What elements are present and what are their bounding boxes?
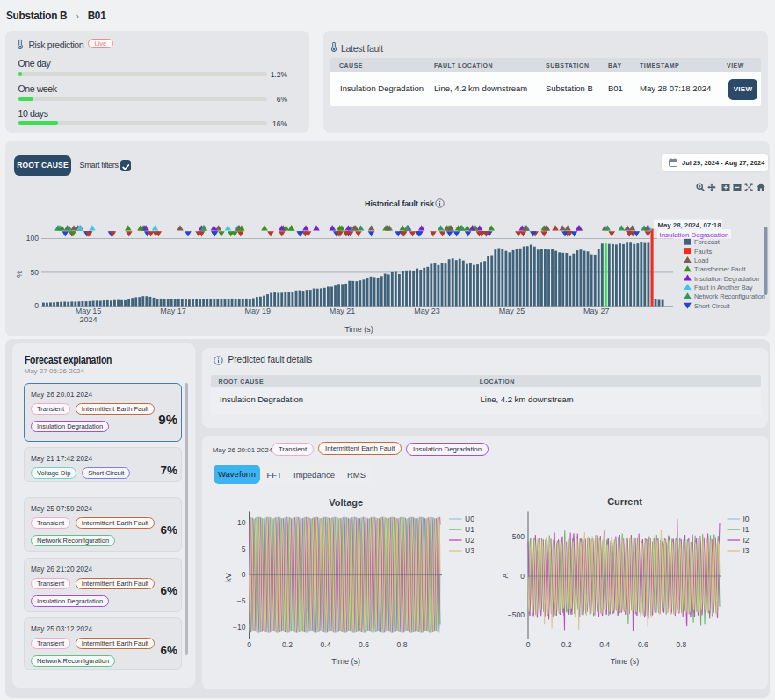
svg-text:I3: I3: [743, 546, 750, 555]
svg-text:2024: 2024: [80, 315, 98, 324]
svg-text:A: A: [501, 573, 510, 578]
svg-text:Insulation Degradation: Insulation Degradation: [660, 231, 729, 239]
svg-text:Insulation Degradation: Insulation Degradation: [694, 275, 759, 283]
svg-text:Time (s): Time (s): [331, 657, 360, 666]
svg-text:May 21: May 21: [330, 307, 356, 315]
svg-text:U2: U2: [465, 536, 474, 545]
svg-text:May 15: May 15: [76, 307, 102, 315]
svg-text:5: 5: [242, 544, 246, 552]
svg-text:%: %: [15, 271, 24, 278]
svg-text:May 25: May 25: [499, 307, 525, 315]
svg-text:U1: U1: [465, 525, 474, 534]
svg-text:Load: Load: [694, 256, 708, 264]
svg-text:0.2: 0.2: [282, 639, 293, 648]
svg-text:Voltage: Voltage: [329, 497, 363, 508]
svg-text:U3: U3: [465, 546, 474, 555]
svg-text:0: 0: [247, 639, 251, 648]
svg-text:May 28, 2024, 07:18: May 28, 2024, 07:18: [658, 221, 722, 229]
svg-text:May 17: May 17: [160, 307, 186, 315]
svg-text:100: 100: [26, 234, 39, 242]
svg-text:Fault in Another Bay: Fault in Another Bay: [694, 284, 753, 292]
svg-text:I2: I2: [743, 536, 750, 545]
svg-text:U0: U0: [465, 515, 474, 523]
svg-text:−10: −10: [233, 623, 246, 631]
svg-text:Short Circuit: Short Circuit: [694, 302, 730, 310]
svg-text:kV: kV: [224, 573, 233, 582]
svg-text:May 19: May 19: [245, 307, 272, 315]
svg-text:Current: Current: [607, 496, 642, 507]
svg-text:Faults: Faults: [694, 248, 712, 256]
svg-text:10: 10: [237, 517, 246, 526]
svg-text:Transformer Fault: Transformer Fault: [694, 265, 745, 273]
svg-text:I0: I0: [743, 515, 750, 523]
svg-text:0.8: 0.8: [397, 639, 408, 648]
svg-text:0: 0: [526, 639, 531, 648]
svg-text:50: 50: [31, 268, 40, 277]
svg-text:0.6: 0.6: [638, 639, 648, 648]
svg-text:Network Reconfiguration: Network Reconfiguration: [694, 292, 765, 300]
svg-text:0.4: 0.4: [599, 639, 610, 648]
svg-text:−5: −5: [237, 596, 246, 605]
svg-text:0.2: 0.2: [561, 639, 572, 648]
svg-text:Time (s): Time (s): [611, 657, 640, 666]
svg-text:0: 0: [520, 571, 525, 580]
svg-text:500: 500: [512, 532, 525, 541]
svg-text:Forecast: Forecast: [694, 238, 720, 246]
svg-text:May 23: May 23: [414, 307, 440, 315]
svg-text:May 27: May 27: [583, 307, 610, 315]
svg-text:0.8: 0.8: [676, 639, 686, 648]
svg-text:0.4: 0.4: [321, 639, 331, 648]
svg-text:0: 0: [34, 301, 39, 310]
svg-text:−500: −500: [508, 610, 525, 619]
svg-text:0.6: 0.6: [359, 639, 369, 648]
svg-text:0: 0: [242, 570, 246, 579]
svg-text:Time (s): Time (s): [344, 325, 373, 334]
svg-text:I1: I1: [743, 525, 750, 534]
